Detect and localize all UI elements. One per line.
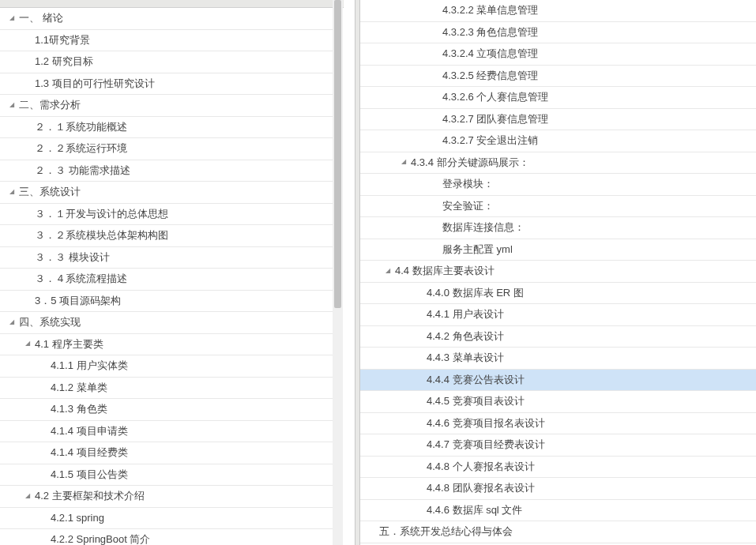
outline-item[interactable]: 4.4.5 竞赛项目表设计	[360, 391, 756, 413]
outline-item[interactable]: 1.2 研究目标	[0, 51, 333, 73]
outline-item[interactable]: 4.4.8 团队赛报名表设计	[360, 478, 756, 500]
expand-arrow-icon[interactable]	[6, 100, 17, 111]
outline-item-label: 数据库连接信息：	[442, 220, 525, 235]
outline-item-label: ３．２系统模块总体架构构图	[35, 228, 168, 242]
outline-item-label: ２．３ 功能需求描述	[35, 164, 130, 178]
outline-item[interactable]: 4.4.1 用户表设计	[360, 304, 756, 326]
outline-item[interactable]: 三、系统设计	[0, 182, 333, 204]
outline-item[interactable]: 4.1.4 项目申请类	[0, 421, 333, 443]
expand-arrow-icon[interactable]	[22, 490, 33, 502]
panel-divider[interactable]	[355, 0, 360, 545]
expand-arrow-icon[interactable]	[398, 157, 409, 168]
panel-gap	[344, 0, 355, 545]
outline-item[interactable]: ２．２系统运行环境	[0, 138, 333, 160]
outline-item-label: 4.3.2.6 个人赛信息管理	[442, 90, 548, 104]
left-scrollbar-thumb[interactable]	[334, 0, 341, 308]
outline-item-label: 登录模块：	[442, 177, 494, 191]
outline-item[interactable]: 4.3.2.5 经费信息管理	[360, 66, 756, 88]
outline-item-label: 4.1.2 菜单类	[51, 381, 107, 395]
outline-item-label: 4.1.1 用户实体类	[51, 359, 128, 373]
outline-item[interactable]: ２．３ 功能需求描述	[0, 160, 333, 182]
expand-arrow-icon[interactable]	[382, 265, 393, 276]
outline-item[interactable]: 4.3.2.7 团队赛信息管理	[360, 109, 756, 131]
outline-item[interactable]: 4.2.2 SpringBoot 简介	[0, 529, 333, 545]
outline-item[interactable]: 4.3.4 部分关键源码展示：	[360, 152, 756, 175]
outline-item[interactable]: 4.1 程序主要类	[0, 334, 333, 356]
outline-item-label: 3．5 项目源码架构	[35, 294, 121, 308]
outline-item[interactable]: 4.3.2.3 角色信息管理	[360, 22, 756, 44]
outline-item-label: 4.4.7 竞赛项目经费表设计	[427, 438, 545, 452]
outline-item-label: 4.1 程序主要类	[35, 337, 103, 351]
outline-item-label: 4.4.4 竞赛公告表设计	[427, 373, 525, 387]
outline-item[interactable]: 四、系统实现	[0, 312, 333, 334]
outline-item[interactable]: ３．２系统模块总体架构构图	[0, 225, 333, 247]
outline-item[interactable]: 3．5 项目源码架构	[0, 291, 333, 313]
expand-arrow-icon[interactable]	[22, 339, 33, 350]
outline-item[interactable]: 4.4 数据库主要表设计	[360, 261, 756, 283]
outline-item[interactable]: 二、需求分析	[0, 95, 333, 117]
outline-item-label: ２．２系统运行环境	[35, 141, 127, 156]
outline-item[interactable]: 4.1.1 用户实体类	[0, 355, 333, 378]
left-scrollbar-track[interactable]	[333, 0, 343, 545]
outline-item-label: 4.4.5 竞赛项目表设计	[427, 394, 525, 408]
outline-item-label: 五．系统开发总结心得与体会	[379, 524, 513, 539]
outline-item[interactable]: 4.4.8 个人赛报名表设计	[360, 457, 756, 479]
expand-arrow-icon[interactable]	[6, 317, 17, 328]
outline-item-label: 安全验证：	[442, 199, 494, 213]
expand-arrow-icon[interactable]	[6, 13, 17, 24]
outline-item-label: 4.4.1 用户表设计	[427, 307, 504, 321]
outline-item-label: 4.4 数据库主要表设计	[395, 264, 495, 278]
outline-item[interactable]: 登录模块：	[360, 174, 756, 196]
outline-item[interactable]: ３．１开发与设计的总体思想	[0, 204, 333, 226]
outline-item[interactable]: 安全验证：	[360, 196, 756, 218]
outline-item-label: ２．１系统功能概述	[35, 120, 127, 134]
outline-item-label: 4.4.8 团队赛报名表设计	[427, 481, 535, 495]
outline-item-label: 4.2.1 spring	[51, 512, 104, 524]
outline-item[interactable]: 4.3.2.7 安全退出注销	[360, 130, 756, 152]
outline-item[interactable]: 4.2 主要框架和技术介绍	[0, 486, 333, 508]
outline-item-label: 二、需求分析	[19, 98, 81, 112]
outline-item[interactable]: 4.2.1 spring	[0, 508, 333, 530]
outline-item[interactable]: ３．４系统流程描述	[0, 269, 333, 291]
left-panel-header	[0, 0, 344, 8]
outline-item-label: 4.4.3 菜单表设计	[427, 351, 504, 365]
outline-item[interactable]: ３．３ 模块设计	[0, 247, 333, 269]
outline-item-label: 4.1.4 项目申请类	[51, 424, 128, 438]
outline-item[interactable]: 4.4.6 数据库 sql 文件	[360, 500, 756, 522]
outline-item[interactable]: 4.3.2.2 菜单信息管理	[360, 0, 756, 22]
outline-item[interactable]: 4.1.2 菜单类	[0, 378, 333, 400]
outline-item-label: ３．１开发与设计的总体思想	[35, 207, 168, 221]
outline-item[interactable]: 4.1.5 项目公告类	[0, 464, 333, 487]
outline-item-label: 4.3.2.7 团队赛信息管理	[442, 112, 548, 126]
outline-item[interactable]: 4.1.3 角色类	[0, 399, 333, 421]
outline-item[interactable]: 4.4.3 菜单表设计	[360, 348, 756, 370]
outline-item-label: 4.3.2.2 菜单信息管理	[442, 3, 538, 17]
outline-container: 一、 绪论1.1研究背景1.2 研究目标1.3 项目的可行性研究设计二、需求分析…	[0, 0, 756, 545]
expand-arrow-icon[interactable]	[6, 186, 17, 197]
outline-item[interactable]: 4.4.4 竞赛公告表设计	[360, 370, 756, 392]
outline-item[interactable]: 4.4.0 数据库表 ER 图	[360, 283, 756, 305]
outline-item[interactable]: 4.1.4 项目经费类	[0, 442, 333, 464]
outline-item[interactable]: ２．１系统功能概述	[0, 117, 333, 139]
outline-item-label: 4.4.0 数据库表 ER 图	[427, 286, 524, 300]
outline-item-label: 4.2 主要框架和技术介绍	[35, 489, 145, 503]
outline-item[interactable]: 1.3 项目的可行性研究设计	[0, 73, 333, 96]
outline-item[interactable]: 4.3.2.6 个人赛信息管理	[360, 87, 756, 109]
right-outline-tree: 4.3.2.2 菜单信息管理4.3.2.3 角色信息管理4.3.2.4 立项信息…	[360, 0, 756, 543]
outline-item-label: 1.3 项目的可行性研究设计	[35, 77, 155, 91]
outline-item-label: 4.4.6 竞赛项目报名表设计	[427, 416, 545, 430]
outline-item[interactable]: 数据库连接信息：	[360, 217, 756, 239]
outline-item[interactable]: 4.4.7 竞赛项目经费表设计	[360, 434, 756, 457]
outline-item[interactable]: 4.4.6 竞赛项目报名表设计	[360, 413, 756, 435]
right-panel: 4.3.2.2 菜单信息管理4.3.2.3 角色信息管理4.3.2.4 立项信息…	[360, 0, 756, 545]
outline-item[interactable]: 4.3.2.4 立项信息管理	[360, 43, 756, 66]
outline-item[interactable]: 一、 绪论	[0, 8, 333, 30]
outline-item[interactable]: 4.4.2 角色表设计	[360, 326, 756, 348]
outline-item[interactable]: 服务主配置 yml	[360, 239, 756, 261]
outline-item-label: 4.1.4 项目经费类	[51, 445, 128, 460]
outline-item-label: 4.3.4 部分关键源码展示：	[411, 156, 529, 170]
outline-item[interactable]: 五．系统开发总结心得与体会	[360, 521, 756, 543]
outline-item-label: 4.3.2.5 经费信息管理	[442, 69, 538, 83]
outline-item[interactable]: 1.1研究背景	[0, 30, 333, 52]
outline-item-label: 四、系统实现	[19, 315, 81, 329]
